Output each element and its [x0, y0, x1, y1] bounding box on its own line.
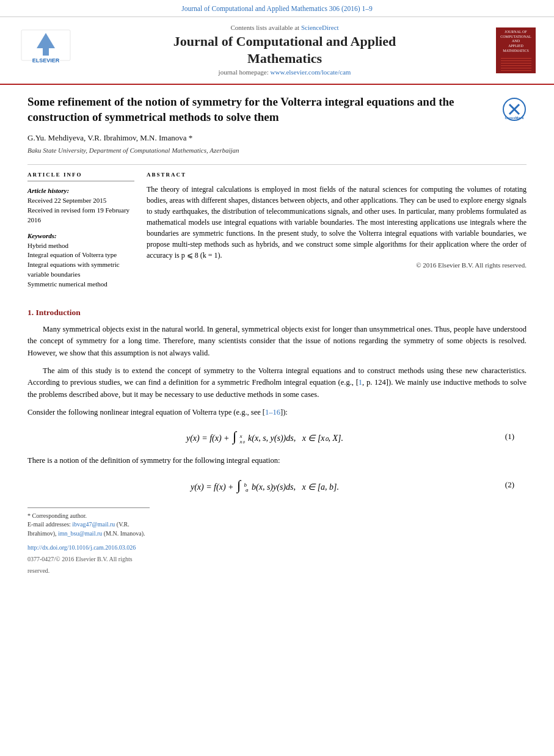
eq1-integral-sign: ∫	[233, 429, 236, 444]
keywords-section: Keywords: Hybrid method Integral equatio…	[27, 231, 134, 290]
svg-rect-2	[43, 48, 49, 56]
history-label: Article history:	[27, 186, 134, 196]
email2-link[interactable]: imn_bsu@mail.ru	[58, 530, 102, 537]
footnote-email-line: E-mail addresses: ibvag47@mail.ru (V.R. …	[27, 520, 150, 538]
main-content: Some refinement of the notion of symmetr…	[0, 85, 554, 589]
journal-main-title: Journal of Computational and Applied Mat…	[73, 33, 496, 68]
article-title: Some refinement of the notion of symmetr…	[27, 94, 496, 125]
intro-para3: Consider the following nonlinear integra…	[27, 407, 527, 418]
elsevier-logo: ELSEVIER	[18, 27, 73, 73]
eq1-limits: xx₀	[240, 435, 245, 442]
sciencedirect-link[interactable]: ScienceDirect	[301, 24, 339, 31]
equation-2-number: (2)	[490, 479, 514, 491]
issn-line: 0377-0427/© 2016 Elsevier B.V. All right…	[27, 553, 150, 576]
svg-text:CrossMark: CrossMark	[505, 116, 524, 120]
equation-1: y(x) = f(x) + ∫ xx₀ k(x, s, y(s))ds, x ∈…	[27, 427, 527, 446]
received-2: Received in revised form 19 February 201…	[27, 206, 134, 225]
intro-para2: The aim of this study is to extend the c…	[27, 365, 527, 401]
keyword-4: Symmetric numerical method	[27, 280, 134, 289]
doi-link[interactable]: http://dx.doi.org/10.1016/j.cam.2016.03.…	[27, 544, 136, 551]
article-title-block: Some refinement of the notion of symmetr…	[27, 94, 527, 125]
received-1: Received 22 September 2015	[27, 196, 134, 206]
journal-homepage: journal homepage: www.elsevier.com/locat…	[73, 68, 496, 78]
authors: G.Yu. Mehdiyeva, V.R. Ibrahimov, M.N. Im…	[27, 133, 527, 144]
footnote-section: * Corresponding author. E-mail addresses…	[27, 507, 150, 576]
intro-para1: Many symmetrical objects exist in the na…	[27, 324, 527, 359]
journal-citation-bar: Journal of Computational and Applied Mat…	[0, 0, 554, 17]
abstract-section: ABSTRACT The theory of integral calculat…	[147, 171, 527, 296]
article-info: ARTICLE INFO Article history: Received 2…	[27, 171, 134, 296]
equation-2: y(x) = f(x) + ∫ ba b(x, s)y(s)ds, x ∈ [a…	[27, 476, 527, 495]
journal-thumbnail: JOURNAL OFCOMPUTATIONAL ANDAPPLIEDMATHEM…	[496, 27, 536, 73]
eq2-lhs: y(x) = f(x) +	[191, 482, 234, 492]
journal-title-block: Contents lists available at ScienceDirec…	[73, 23, 496, 78]
svg-text:ELSEVIER: ELSEVIER	[32, 57, 60, 64]
keyword-1: Hybrid method	[27, 241, 134, 251]
contents-line: Contents lists available at ScienceDirec…	[73, 23, 496, 33]
equation-1-content: y(x) = f(x) + ∫ xx₀ k(x, s, y(s))ds, x ∈…	[40, 427, 490, 446]
keywords-label: Keywords:	[27, 231, 134, 241]
info-abstract-section: ARTICLE INFO Article history: Received 2…	[27, 164, 527, 296]
section1-title: 1. Introduction	[27, 307, 527, 319]
footnote-email2-name: (M.N. Imanova).	[104, 530, 145, 537]
eq2-rhs: b(x, s)y(s)ds, x ∈ [a, b].	[252, 482, 339, 492]
thumb-text: JOURNAL OFCOMPUTATIONAL ANDAPPLIEDMATHEM…	[498, 30, 533, 54]
eq2-limits: ba	[244, 484, 249, 491]
issn-text: 0377-0427/© 2016 Elsevier B.V. All right…	[27, 556, 133, 574]
ref1-16-link[interactable]: 1–16	[265, 408, 280, 416]
intro-para4: There is a notion of the definition of s…	[27, 455, 527, 467]
eq1-lhs: y(x) = f(x) +	[186, 434, 230, 443]
crossmark-logo: CrossMark	[502, 97, 527, 122]
abstract-text: The theory of integral calculations is e…	[147, 184, 527, 261]
journal-header: ELSEVIER Contents lists available at Sci…	[0, 17, 554, 85]
equation-1-number: (1)	[490, 431, 514, 443]
footnote-star: * Corresponding author.	[27, 512, 87, 519]
keyword-3: Integral equations with symmetric variab…	[27, 260, 134, 280]
journal-citation-text: Journal of Computational and Applied Mat…	[181, 5, 372, 12]
eq2-integral-sign: ∫	[237, 478, 241, 493]
abstract-heading: ABSTRACT	[147, 171, 527, 179]
equation-2-content: y(x) = f(x) + ∫ ba b(x, s)y(s)ds, x ∈ [a…	[40, 476, 490, 495]
email1-link[interactable]: ibvag47@mail.ru	[72, 521, 115, 528]
affiliation: Baku State University, Department of Com…	[27, 146, 527, 156]
keyword-2: Integral equation of Volterra type	[27, 250, 134, 260]
contents-prefix: Contents lists available at	[230, 24, 301, 31]
copyright-line: © 2016 Elsevier B.V. All rights reserved…	[147, 261, 527, 271]
ref1-link[interactable]: 1	[359, 378, 362, 387]
homepage-link[interactable]: www.elsevier.com/locate/cam	[271, 68, 351, 76]
article-info-heading: ARTICLE INFO	[27, 171, 134, 181]
doi-line: http://dx.doi.org/10.1016/j.cam.2016.03.…	[27, 542, 150, 553]
footnote-star-line: * Corresponding author.	[27, 512, 150, 521]
footnote-email-label: E-mail addresses:	[27, 521, 71, 528]
eq1-rhs: k(x, s, y(s))ds, x ∈ [x₀, X].	[248, 434, 343, 443]
history-section: Article history: Received 22 September 2…	[27, 186, 134, 225]
